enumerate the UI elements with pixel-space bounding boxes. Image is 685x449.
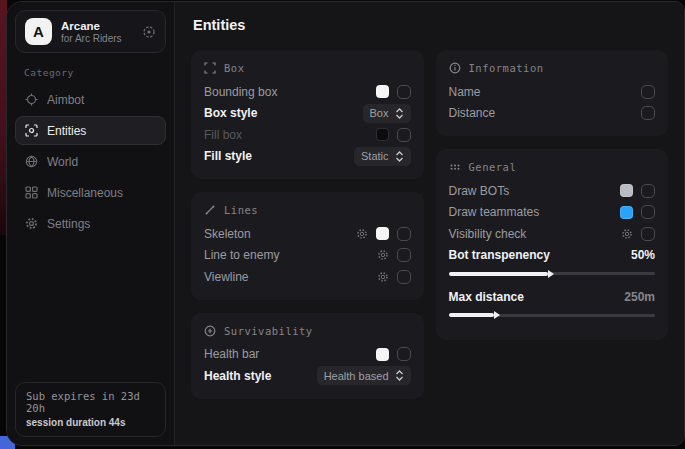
sidebar-item-entities[interactable]: Entities [15, 116, 166, 145]
bounding-box-color-swatch[interactable] [376, 85, 389, 98]
sidebar-item-world[interactable]: World [15, 147, 166, 176]
sidebar-item-label: Aimbot [47, 93, 84, 107]
panel-general: General Draw BOTs Draw teammates [436, 149, 669, 340]
max-distance-value: 250m [624, 290, 655, 304]
setting-row-health-style: Health style Health based [204, 365, 411, 387]
health-bar-color-swatch[interactable] [376, 348, 389, 361]
entities-scan-icon [25, 124, 38, 137]
sidebar-item-label: Settings [47, 217, 90, 231]
line-to-enemy-settings-gear-icon[interactable] [377, 249, 389, 261]
panel-general-header: General [449, 161, 656, 173]
sidebar-item-miscellaneous[interactable]: Miscellaneous [15, 178, 166, 207]
panel-information-header: Information [449, 62, 656, 74]
setting-row-fill-box: Fill box [204, 124, 411, 146]
line-to-enemy-checkbox[interactable] [397, 248, 411, 262]
session-duration-text: session duration 44s [26, 417, 155, 428]
dots-grid-icon [449, 161, 461, 173]
panel-box-header: Box [204, 62, 411, 74]
sidebar: A Arcane for Arc Riders Category Aimbot [7, 2, 175, 445]
chevron-up-down-icon [395, 108, 404, 119]
app-window: A Arcane for Arc Riders Category Aimbot [6, 1, 685, 446]
panel-survivability-header: Survivability [204, 325, 411, 337]
sub-expiry-text: Sub expires in 23d 20h [26, 390, 155, 414]
sidebar-nav: Aimbot Entities World [7, 85, 174, 238]
sync-icon[interactable] [142, 25, 156, 39]
skeleton-checkbox[interactable] [397, 227, 411, 241]
panel-box: Box Bounding box Box style Box [191, 50, 424, 179]
fill-box-color-swatch[interactable] [376, 128, 389, 141]
app-title: Arcane [61, 20, 122, 32]
left-column: Box Bounding box Box style Box [191, 50, 424, 399]
setting-row-fill-style: Fill style Static [204, 146, 411, 168]
draw-bots-color-swatch[interactable] [620, 184, 633, 197]
main-content: Entities Box Bounding box [175, 2, 684, 445]
slider-fill [449, 313, 494, 317]
health-bar-checkbox[interactable] [397, 347, 411, 361]
setting-row-max-distance: Max distance 250m [449, 286, 656, 308]
line-icon [204, 204, 216, 216]
info-icon [449, 62, 461, 74]
setting-row-skeleton: Skeleton [204, 223, 411, 245]
distance-checkbox[interactable] [641, 106, 655, 120]
chevron-up-down-icon [395, 370, 404, 381]
visibility-check-settings-gear-icon[interactable] [621, 228, 633, 240]
right-column: Information Name Distance [436, 50, 669, 340]
category-label: Category [24, 67, 174, 78]
page-title: Entities [193, 17, 668, 33]
setting-row-draw-teammates: Draw teammates [449, 202, 656, 224]
fill-style-dropdown[interactable]: Static [354, 147, 411, 166]
grid-icon [25, 186, 38, 199]
panel-information: Information Name Distance [436, 50, 669, 136]
sidebar-item-label: Miscellaneous [47, 186, 123, 200]
sidebar-item-label: World [47, 155, 78, 169]
setting-row-draw-bots: Draw BOTs [449, 180, 656, 202]
fill-box-checkbox[interactable] [397, 128, 411, 142]
setting-row-box-style: Box style Box [204, 103, 411, 125]
bounding-box-icon [204, 62, 216, 74]
health-style-dropdown[interactable]: Health based [317, 366, 411, 385]
app-logo: A [25, 18, 52, 45]
app-logo-card[interactable]: A Arcane for Arc Riders [15, 10, 166, 53]
panel-lines-header: Lines [204, 204, 411, 216]
setting-row-viewline: Viewline [204, 266, 411, 288]
draw-teammates-color-swatch[interactable] [620, 206, 633, 219]
globe-icon [25, 155, 38, 168]
max-distance-slider[interactable] [449, 311, 656, 320]
visibility-check-checkbox[interactable] [641, 227, 655, 241]
bot-transparency-slider[interactable] [449, 269, 656, 278]
gear-icon [25, 217, 38, 230]
app-subtitle: for Arc Riders [61, 33, 122, 44]
box-style-dropdown[interactable]: Box [363, 104, 411, 123]
setting-row-distance: Distance [449, 103, 656, 125]
panel-lines: Lines Skeleton [191, 192, 424, 300]
name-checkbox[interactable] [641, 85, 655, 99]
bot-transparency-value: 50% [631, 248, 655, 262]
bounding-box-checkbox[interactable] [397, 85, 411, 99]
draw-teammates-checkbox[interactable] [641, 205, 655, 219]
crosshair-icon [25, 93, 38, 106]
subscription-info-card: Sub expires in 23d 20h session duration … [15, 382, 166, 437]
health-cross-icon [204, 325, 216, 337]
setting-row-bot-transparency: Bot transpenency 50% [449, 245, 656, 267]
slider-fill [449, 272, 548, 276]
setting-row-name: Name [449, 81, 656, 103]
viewline-settings-gear-icon[interactable] [377, 271, 389, 283]
draw-bots-checkbox[interactable] [641, 184, 655, 198]
setting-row-visibility-check: Visibility check [449, 223, 656, 245]
chevron-up-down-icon [395, 151, 404, 162]
sidebar-item-label: Entities [47, 124, 86, 138]
setting-row-line-to-enemy: Line to enemy [204, 245, 411, 267]
skeleton-settings-gear-icon[interactable] [356, 228, 368, 240]
setting-row-bounding-box: Bounding box [204, 81, 411, 103]
panel-survivability: Survivability Health bar Health style He… [191, 313, 424, 399]
viewline-checkbox[interactable] [397, 270, 411, 284]
setting-row-health-bar: Health bar [204, 344, 411, 366]
sidebar-item-settings[interactable]: Settings [15, 209, 166, 238]
app-logo-text: Arcane for Arc Riders [61, 20, 122, 44]
skeleton-color-swatch[interactable] [376, 227, 389, 240]
sidebar-item-aimbot[interactable]: Aimbot [15, 85, 166, 114]
